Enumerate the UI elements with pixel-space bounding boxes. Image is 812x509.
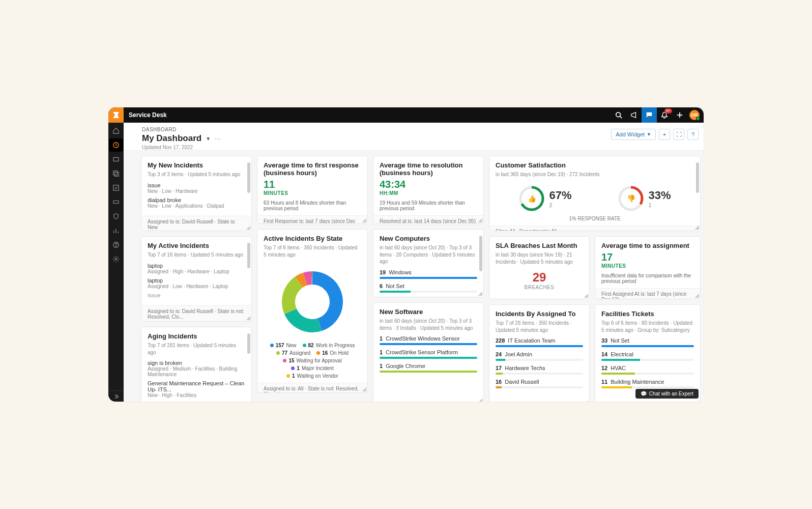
bar-row[interactable]: 228IT Escalation Team — [496, 337, 583, 347]
resize-handle[interactable] — [584, 401, 588, 402]
nav-reports[interactable] — [109, 224, 123, 237]
card-active-by-state: Active Incidents By State Top 7 of 8 ite… — [257, 229, 368, 393]
legend-item[interactable]: 1 Waiting on Vendor — [286, 373, 338, 379]
plus-icon[interactable] — [672, 107, 687, 123]
svg-point-0 — [616, 112, 621, 117]
list-item[interactable]: laptopAssigned · Low · Hardware · Laptop — [148, 277, 245, 289]
svg-rect-6 — [113, 171, 118, 175]
legend-item[interactable]: 157 New — [270, 343, 297, 348]
svg-text:👍: 👍 — [528, 194, 537, 203]
list-item[interactable]: issueNew · Low · Hardware — [148, 182, 245, 194]
card-csat: Customer Satisfaction in last 365 days (… — [489, 156, 701, 231]
help-button[interactable]: ? — [687, 129, 699, 140]
resize-handle[interactable] — [246, 316, 250, 320]
resize-handle[interactable] — [695, 225, 699, 230]
bar-row[interactable]: 1Google Chrome — [380, 363, 477, 373]
nav-expand[interactable] — [109, 390, 123, 402]
resize-handle[interactable] — [478, 292, 482, 296]
card-new-incidents: My New Incidents Top 3 of 3 items · Upda… — [141, 156, 252, 231]
resize-handle[interactable] — [478, 218, 482, 222]
sidebar — [108, 123, 124, 402]
legend-item[interactable]: 1 Major Incident — [291, 365, 333, 371]
brand-logo[interactable] — [108, 107, 124, 123]
list-item[interactable]: General Maintenance Request – Clean Up- … — [148, 380, 245, 398]
list-item[interactable]: laptopAssigned · High · Hardware · Lapto… — [148, 263, 245, 274]
chat-icon[interactable] — [642, 107, 657, 123]
bar-row[interactable]: 14Electrical — [601, 351, 694, 361]
card-new-software: New Software in last 60 days (since Oct … — [373, 302, 484, 402]
nav-tasks[interactable] — [109, 181, 123, 194]
legend-item[interactable]: 82 Work in Progress — [303, 343, 355, 348]
bar-row[interactable]: 19Windows — [380, 269, 477, 279]
card-avg-assignment: Average time to assignment 17 MINUTES In… — [595, 236, 701, 299]
resize-handle[interactable] — [478, 399, 482, 402]
dashboard-more[interactable]: ··· — [215, 136, 221, 140]
card-avg-first-response: Average time to first response (business… — [257, 156, 368, 224]
nav-help[interactable] — [109, 238, 123, 251]
search-icon[interactable] — [611, 107, 626, 123]
dashboard-dropdown[interactable]: ▼ — [206, 136, 211, 142]
metric-value: 29 — [496, 270, 583, 285]
list-item[interactable]: dialpad brokeNew · Low · Applications · … — [148, 197, 245, 209]
scrollbar[interactable] — [247, 162, 250, 193]
nav-security[interactable] — [109, 210, 123, 223]
resize-handle[interactable] — [246, 225, 250, 230]
nav-dashboard[interactable] — [109, 138, 123, 152]
csat-gauges: 👍 67%2 👎 33%1 — [496, 185, 694, 212]
add-button[interactable]: + — [659, 129, 670, 140]
bar-row[interactable]: 1CrowdStrike Sensor Platform — [380, 349, 477, 359]
scrollbar[interactable] — [696, 162, 699, 193]
legend-item[interactable]: 77 Assigned — [276, 350, 310, 356]
chat-pill[interactable]: 💬 Chat with an Expert — [635, 389, 699, 399]
svg-line-1 — [620, 117, 622, 119]
card-by-assigned: Incidents By Assigned To Top 7 of 26 ite… — [489, 304, 590, 402]
announce-icon[interactable] — [626, 107, 642, 123]
chat-icon: 💬 — [641, 391, 647, 397]
scrollbar[interactable] — [479, 236, 482, 271]
nav-changes[interactable] — [109, 167, 123, 180]
bar-row[interactable]: 1CrowdStrike Windows Sensor — [380, 335, 477, 345]
svg-rect-7 — [114, 172, 119, 176]
bar-row[interactable]: 17Hardware Techs — [496, 365, 583, 375]
resize-handle[interactable] — [584, 294, 588, 298]
svg-text:👎: 👎 — [627, 194, 636, 203]
nav-assets[interactable] — [109, 195, 123, 209]
bar-row[interactable]: 6Not Set — [380, 283, 477, 293]
card-facilities: Facilities Tickets Top 6 of 6 items · 80… — [595, 304, 701, 402]
topbar: Service Desk 9+ DR — [108, 107, 704, 123]
fullscreen-button[interactable]: ⛶ — [673, 129, 684, 140]
legend-item[interactable]: 16 On Hold — [316, 350, 349, 356]
chart-legend: 157 New82 Work in Progress77 Assigned16 … — [264, 343, 361, 379]
bar-row[interactable]: 24Joel Admin — [496, 351, 583, 361]
app-title: Service Desk — [124, 111, 167, 119]
bell-icon[interactable]: 9+ — [657, 107, 672, 123]
scrollbar[interactable] — [247, 333, 250, 354]
svg-point-15 — [115, 258, 117, 260]
metric-value: 43:34 — [380, 179, 477, 190]
page-title: My Dashboard — [142, 133, 201, 144]
bar-row[interactable]: 11Building Maintenance — [601, 379, 694, 388]
nav-home[interactable] — [109, 124, 123, 137]
resize-handle[interactable] — [695, 294, 699, 298]
card-aging: Aging Incidents Top 7 of 281 items · Upd… — [141, 327, 252, 402]
resize-handle[interactable] — [362, 218, 366, 222]
bar-row[interactable]: 16David Russell — [496, 379, 583, 388]
card-new-computers: New Computers in last 60 days (since Oct… — [373, 229, 484, 297]
page-updated: Updated Nov 17, 2022 — [142, 145, 697, 150]
card-active-incidents: My Active Incidents Top 7 of 16 items · … — [141, 236, 252, 322]
add-widget-button[interactable]: Add Widget▼ — [611, 129, 656, 140]
nav-settings[interactable] — [109, 252, 123, 266]
bar-row[interactable]: 33Not Set — [601, 337, 694, 347]
svg-point-14 — [116, 246, 117, 247]
avatar[interactable]: DR — [689, 110, 700, 120]
list-item[interactable]: issue — [148, 292, 245, 298]
svg-rect-9 — [113, 201, 119, 203]
nav-tickets[interactable] — [109, 153, 123, 166]
legend-item[interactable]: 15 Waiting for Approval — [283, 358, 341, 363]
list-item[interactable]: sign is brokenAssigned · Medium · Facili… — [148, 360, 245, 377]
scrollbar[interactable] — [247, 243, 250, 268]
resize-handle[interactable] — [362, 387, 366, 391]
thumbs-down-gauge: 👎 — [618, 185, 644, 212]
bar-row[interactable]: 12HVAC — [601, 365, 694, 375]
resize-handle[interactable] — [695, 401, 699, 402]
